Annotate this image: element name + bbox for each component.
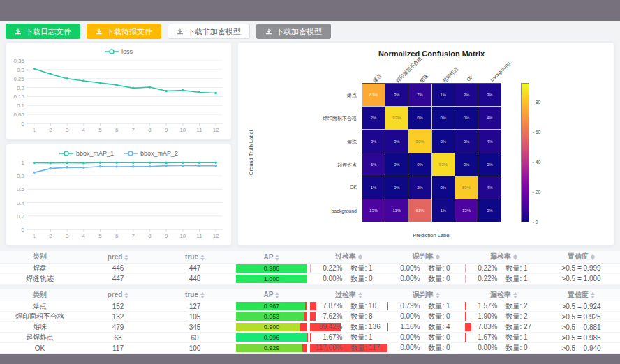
sort-caret-icon[interactable] (591, 292, 595, 298)
pred-cell: 63 (80, 333, 156, 343)
column-header-text: pred (108, 291, 123, 298)
svg-text:10: 10 (179, 127, 186, 133)
percentage-value: 0.00% (466, 343, 498, 353)
matrix-cell: 0% (408, 107, 431, 129)
button-label: 下载简报文件 (106, 26, 152, 37)
count-value: 数量: 2 (506, 301, 542, 311)
download-icon (15, 28, 22, 35)
legend-item-bbox_mAP_1[interactable]: bbox_mAP_1 (59, 150, 114, 157)
column-header-AP[interactable]: AP (233, 289, 310, 301)
missdetect-cell: 7.83%数量: 27 (465, 322, 542, 333)
count-value: 数量: 0 (429, 274, 465, 284)
download-log-button[interactable]: 下载日志文件 (6, 24, 80, 39)
column-header-text: 置信度 (568, 252, 589, 260)
column-header-text: 过检率 (335, 252, 356, 260)
svg-text:2: 2 (49, 233, 52, 239)
column-header-text: 类别 (33, 252, 47, 260)
misjudge-cell: 0.79%数量: 1 (388, 301, 465, 312)
table-header-row: 类别predtrueAP过检率误判率漏检率置信度 (0, 251, 620, 263)
download-encrypted-model-button[interactable]: 下载加密模型 (256, 24, 331, 39)
sort-caret-icon[interactable] (124, 292, 128, 298)
matrix-cell: 0% (385, 153, 408, 176)
legend-marker-icon (59, 151, 73, 156)
sort-caret-icon[interactable] (436, 254, 440, 260)
category-cell: 焊印面积不合格 (0, 312, 80, 322)
sort-caret-icon[interactable] (275, 292, 279, 298)
svg-text:8: 8 (148, 127, 152, 133)
true-cell: 127 (156, 301, 233, 312)
download-plain-model-button[interactable]: 下载非加密模型 (168, 24, 250, 39)
column-header-label: 类别 (0, 251, 80, 263)
download-report-button[interactable]: 下载简报文件 (87, 24, 161, 39)
loss-chart-panel: loss 00.050.10.150.20.250.30.35123456789… (6, 42, 232, 140)
category-cell: 熔珠 (0, 322, 80, 333)
missdetect-cell: 1.67%数量: 1 (465, 333, 542, 343)
matrix-cell: 11% (385, 199, 408, 222)
count-value: 数量: 1 (506, 264, 542, 273)
matrix-cell: 3% (362, 130, 385, 152)
column-header-true[interactable]: true (156, 289, 233, 301)
sort-caret-icon[interactable] (436, 292, 440, 298)
matrix-cell: 7% (408, 84, 431, 106)
overdetect-cell: 1.67%数量: 1 (310, 333, 388, 343)
column-header-AP[interactable]: AP (233, 251, 310, 263)
sort-caret-icon[interactable] (200, 292, 205, 298)
column-header-过检率[interactable]: 过检率 (310, 251, 388, 263)
ap-value: 0.967 (236, 302, 307, 310)
count-value: 数量: 136 (351, 322, 388, 332)
matrix-cell: 2% (362, 107, 385, 129)
metrics-table-overview: 类别predtrueAP过检率误判率漏检率置信度焊盘4464470.9860.2… (0, 251, 620, 285)
colorbar-tick: - 40 (532, 160, 540, 165)
table-row: 起焊炸点63600.9961.67%数量: 10.00%数量: 01.67%数量… (0, 333, 620, 343)
pred-cell: 446 (80, 263, 156, 273)
column-header-text: 漏检率 (490, 252, 511, 260)
matrix-cell: 1% (362, 176, 385, 199)
overdetect-cell: 7.62%数量: 8 (310, 312, 388, 322)
column-header-过检率[interactable]: 过检率 (310, 289, 388, 301)
sort-caret-icon[interactable] (513, 292, 517, 298)
ap-cell: 0.929 (233, 343, 310, 354)
count-value: 数量: 0 (429, 343, 465, 353)
legend-item-bbox_mAP_2[interactable]: bbox_mAP_2 (124, 150, 178, 157)
table-header-row: 类别predtrueAP过检率误判率漏检率置信度 (0, 289, 620, 301)
sort-caret-icon[interactable] (358, 292, 362, 298)
column-header-text: 误判率 (413, 291, 434, 298)
overdetect-cell: 117.00%数量: 117 (310, 343, 388, 354)
legend-item-loss[interactable]: loss (105, 48, 133, 55)
column-header-pred[interactable]: pred (80, 289, 156, 301)
column-header-误判率[interactable]: 误判率 (388, 289, 465, 301)
ap-value: 0.986 (236, 264, 307, 273)
sort-caret-icon[interactable] (513, 254, 517, 260)
column-header-漏检率[interactable]: 漏检率 (465, 289, 542, 301)
confidence-cell: >0.5 = 1.000 (542, 273, 620, 284)
svg-text:0.4: 0.4 (17, 200, 25, 206)
column-header-误判率[interactable]: 误判率 (388, 251, 465, 263)
count-value: 数量: 1 (506, 333, 542, 342)
overdetect-cell: 0.00%数量: 0 (310, 273, 388, 284)
content-area: 下载日志文件 下载简报文件 下载非加密模型 下载加密模型 loss 00.050… (0, 21, 620, 354)
svg-text:6: 6 (115, 127, 119, 133)
column-header-置信度[interactable]: 置信度 (542, 289, 620, 301)
sort-caret-icon[interactable] (124, 255, 128, 261)
ap-cell: 0.900 (233, 322, 310, 333)
colorbar-tick: - 0 (532, 220, 538, 225)
column-header-pred[interactable]: pred (80, 251, 156, 263)
count-value: 数量: 2 (506, 312, 542, 321)
table-row: 焊盘4464470.9860.22%数量: 10.00%数量: 00.22%数量… (0, 263, 620, 273)
sort-caret-icon[interactable] (358, 254, 362, 260)
category-cell: 焊缝轨迹 (0, 273, 80, 284)
sort-caret-icon[interactable] (275, 255, 279, 261)
ap-cell: 1.000 (233, 273, 310, 284)
column-header-漏检率[interactable]: 漏检率 (465, 251, 542, 263)
column-header-置信度[interactable]: 置信度 (542, 251, 620, 263)
bbox-map-chart: 00.20.40.60.81123456789101112 (6, 158, 231, 241)
column-header-true[interactable]: true (156, 251, 233, 263)
true-cell: 60 (156, 333, 233, 343)
count-value: 数量: 1 (429, 301, 465, 311)
sort-caret-icon[interactable] (200, 255, 205, 261)
svg-text:5: 5 (98, 127, 102, 133)
svg-text:7: 7 (132, 127, 135, 133)
missdetect-cell: 0.22%数量: 1 (465, 273, 542, 284)
sort-caret-icon[interactable] (591, 254, 595, 260)
legend-label: bbox_mAP_2 (140, 150, 178, 157)
